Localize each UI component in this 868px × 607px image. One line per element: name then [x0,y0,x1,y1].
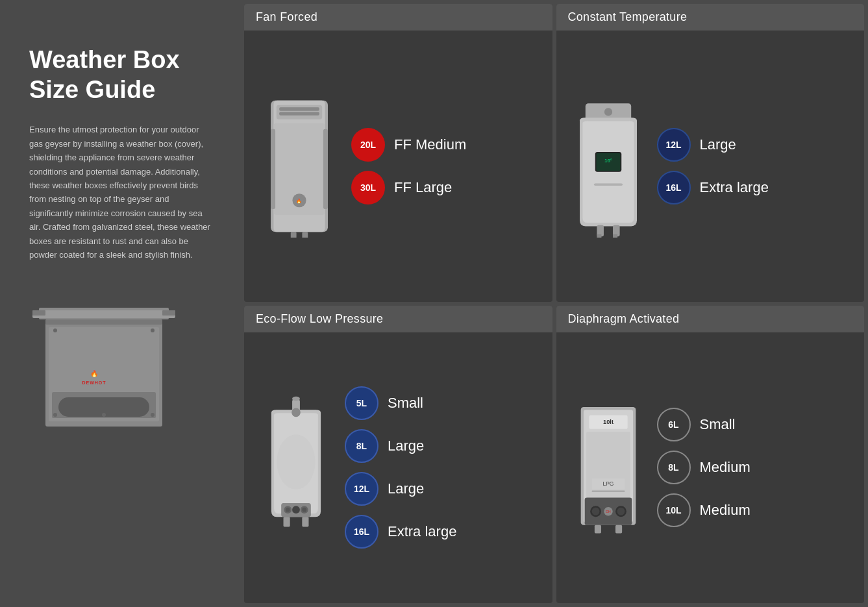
svg-rect-49 [284,517,290,526]
eco-flow-image [254,396,338,539]
svg-rect-6 [45,319,162,325]
size-row: 12L Large [345,472,546,506]
size-badge-16l: 16L [657,171,691,204]
svg-point-10 [53,328,57,332]
svg-point-65 [617,508,625,515]
constant-temp-image: 16° [566,95,651,238]
size-badge-8l: 8L [345,429,378,463]
size-badge-30l: 30L [351,171,385,204]
fan-forced-sizes: 20L FF Medium 30L FF Large [345,128,546,204]
svg-text:DH: DH [606,510,611,514]
page-title: Weather Box Size Guide [29,45,214,105]
size-label-eco-small: Small [388,395,423,412]
size-row: 16L Extra large [345,515,546,549]
svg-point-47 [286,508,290,512]
svg-rect-38 [613,234,617,237]
svg-text:🔥: 🔥 [297,198,303,204]
svg-text:10lt: 10lt [602,419,613,425]
diaphragm-body: 10lt LPG DH [556,332,865,604]
svg-rect-28 [302,232,308,238]
svg-text:16°: 16° [604,158,612,164]
size-row: 30L FF Large [351,171,546,204]
size-badge-12l: 12L [657,128,691,162]
size-row: 16L Extra large [657,171,858,204]
svg-rect-21 [279,112,319,115]
size-label-eco-large2: Large [388,480,424,497]
size-label-eco-extra-large: Extra large [388,523,456,540]
svg-point-12 [53,413,57,417]
svg-rect-27 [291,232,297,238]
diaphragm-sizes: 6L Small 8L Medium 10L Medium [651,408,858,527]
size-label-ff-medium: FF Medium [394,136,466,153]
svg-point-41 [291,408,301,417]
svg-point-45 [292,506,300,514]
svg-rect-50 [302,517,308,526]
size-label-ff-large: FF Large [394,179,452,196]
size-label-da-small: Small [700,416,736,433]
fan-forced-header: Fan Forced [244,4,552,31]
size-label-da-medium2: Medium [700,502,750,519]
eco-flow-header: Eco-Flow Low Pressure [244,306,552,332]
size-badge-20l: 20L [351,128,385,162]
svg-rect-58 [591,491,625,493]
fan-forced-image: 🔥 [254,95,345,238]
size-label-da-medium: Medium [700,459,750,476]
constant-temp-card: Constant Temperature 16° [556,4,865,302]
svg-rect-24 [323,129,328,209]
size-label-ct-large: Large [700,136,736,153]
product-grid: Fan Forced 🔥 [240,0,868,607]
fan-forced-card: Fan Forced 🔥 [244,4,552,302]
svg-point-11 [151,328,155,332]
diaphragm-image: 10lt LPG DH [566,396,651,539]
svg-point-48 [302,508,306,512]
svg-point-13 [151,413,155,417]
svg-rect-23 [271,129,275,209]
size-row: 5L Small [345,386,546,420]
svg-rect-34 [594,183,623,186]
fan-forced-body: 🔥 20L FF Medium 30L FF Large [244,31,552,302]
svg-rect-66 [594,525,601,534]
svg-text:🔥: 🔥 [90,369,99,378]
eco-flow-body: 5L Small 8L Large 12L Large [244,332,552,604]
svg-rect-20 [279,107,319,110]
svg-point-14 [102,413,106,417]
size-label-ct-extra-large: Extra large [700,179,769,196]
diaphragm-header: Diaphragm Activated [556,306,865,332]
svg-rect-4 [162,310,175,316]
left-panel: Weather Box Size Guide Ensure the utmost… [0,0,240,607]
size-badge-12l-eco: 12L [345,472,378,506]
svg-point-33 [604,108,612,116]
size-row: 10L Medium [657,493,858,527]
svg-rect-3 [32,310,45,316]
size-badge-8l-da: 8L [657,451,691,484]
size-row: 20L FF Medium [351,128,546,162]
size-row: 8L Large [345,429,546,463]
constant-temp-header: Constant Temperature [556,4,865,31]
weather-box-illustration: 🔥 DEWHOT [29,288,179,438]
size-badge-16l-eco: 16L [345,515,378,549]
constant-temp-sizes: 12L Large 16L Extra large [651,128,858,204]
svg-point-42 [277,434,315,489]
eco-flow-sizes: 5L Small 8L Large 12L Large [338,386,546,549]
size-row: 8L Medium [657,451,858,484]
svg-text:LPG: LPG [602,480,614,487]
size-row: 6L Small [657,408,858,441]
svg-rect-37 [597,234,601,237]
size-badge-10l: 10L [657,493,691,527]
size-row: 12L Large [657,128,858,162]
eco-flow-card: Eco-Flow Low Pressure [244,306,552,604]
svg-point-40 [292,397,300,401]
size-badge-5l: 5L [345,386,378,420]
constant-temp-body: 16° 12L Large [556,31,865,302]
svg-point-61 [591,508,599,515]
size-badge-6l: 6L [657,408,691,441]
description-text: Ensure the utmost protection for your ou… [29,123,214,262]
svg-rect-2 [32,310,175,318]
svg-rect-67 [615,525,622,534]
svg-text:DEWHOT: DEWHOT [82,380,106,385]
diaphragm-card: Diaphragm Activated 10lt LPG [556,306,865,604]
size-label-eco-large: Large [388,438,424,454]
